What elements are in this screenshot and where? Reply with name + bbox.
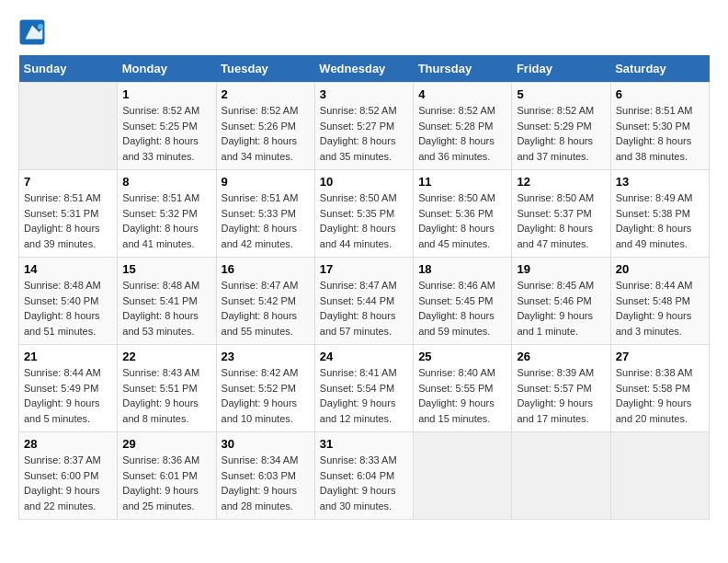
day-number: 27 [616,350,704,363]
day-number: 22 [122,350,210,363]
calendar-cell [512,432,610,520]
day-info: Sunrise: 8:50 AM Sunset: 5:35 PM Dayligh… [320,190,408,251]
day-number: 20 [616,262,704,276]
calendar-table: SundayMondayTuesdayWednesdayThursdayFrid… [18,55,710,520]
calendar-cell [414,432,512,520]
calendar-cell: 30Sunrise: 8:34 AM Sunset: 6:03 PM Dayli… [216,432,314,520]
logo-icon [18,18,46,46]
calendar-cell: 17Sunrise: 8:47 AM Sunset: 5:44 PM Dayli… [314,258,413,345]
day-number: 2 [222,87,310,101]
calendar-cell: 24Sunrise: 8:41 AM Sunset: 5:54 PM Dayli… [314,345,413,432]
day-info: Sunrise: 8:40 AM Sunset: 5:55 PM Dayligh… [418,365,506,426]
calendar-cell: 12Sunrise: 8:50 AM Sunset: 5:37 PM Dayli… [512,170,610,258]
week-row-3: 14Sunrise: 8:48 AM Sunset: 5:40 PM Dayli… [19,258,710,345]
week-row-1: 1Sunrise: 8:52 AM Sunset: 5:25 PM Daylig… [19,83,710,170]
day-info: Sunrise: 8:44 AM Sunset: 5:48 PM Dayligh… [616,278,704,339]
calendar-cell: 14Sunrise: 8:48 AM Sunset: 5:40 PM Dayli… [19,258,118,345]
calendar-cell: 25Sunrise: 8:40 AM Sunset: 5:55 PM Dayli… [414,345,512,432]
day-info: Sunrise: 8:45 AM Sunset: 5:46 PM Dayligh… [517,278,605,339]
day-info: Sunrise: 8:50 AM Sunset: 5:37 PM Dayligh… [517,190,605,251]
page-header [18,18,710,46]
header-row: SundayMondayTuesdayWednesdayThursdayFrid… [19,55,710,83]
day-number: 12 [517,175,605,189]
week-row-5: 28Sunrise: 8:37 AM Sunset: 6:00 PM Dayli… [19,432,710,520]
day-number: 17 [320,262,408,276]
day-number: 3 [320,87,408,101]
calendar-cell: 22Sunrise: 8:43 AM Sunset: 5:51 PM Dayli… [118,345,216,432]
day-info: Sunrise: 8:47 AM Sunset: 5:42 PM Dayligh… [222,278,310,339]
day-number: 19 [517,262,605,276]
day-number: 4 [418,87,506,101]
day-number: 14 [24,262,112,276]
day-number: 23 [222,350,310,363]
calendar-cell: 26Sunrise: 8:39 AM Sunset: 5:57 PM Dayli… [512,345,610,432]
day-info: Sunrise: 8:33 AM Sunset: 6:04 PM Dayligh… [320,453,408,513]
day-number: 5 [517,87,605,101]
week-row-4: 21Sunrise: 8:44 AM Sunset: 5:49 PM Dayli… [19,345,710,432]
calendar-cell: 10Sunrise: 8:50 AM Sunset: 5:35 PM Dayli… [314,170,413,258]
day-info: Sunrise: 8:48 AM Sunset: 5:40 PM Dayligh… [24,278,112,339]
day-info: Sunrise: 8:46 AM Sunset: 5:45 PM Dayligh… [418,278,506,339]
day-info: Sunrise: 8:42 AM Sunset: 5:52 PM Dayligh… [222,365,310,426]
day-number: 24 [320,350,408,363]
day-number: 21 [24,350,112,363]
day-number: 7 [24,175,112,189]
day-number: 25 [418,350,506,363]
day-info: Sunrise: 8:44 AM Sunset: 5:49 PM Dayligh… [24,365,112,426]
day-info: Sunrise: 8:39 AM Sunset: 5:57 PM Dayligh… [517,365,605,426]
calendar-cell: 19Sunrise: 8:45 AM Sunset: 5:46 PM Dayli… [512,258,610,345]
day-info: Sunrise: 8:38 AM Sunset: 5:58 PM Dayligh… [616,365,704,426]
calendar-cell: 6Sunrise: 8:51 AM Sunset: 5:30 PM Daylig… [610,83,709,170]
day-info: Sunrise: 8:49 AM Sunset: 5:38 PM Dayligh… [616,190,704,251]
day-number: 29 [122,437,210,451]
calendar-cell: 21Sunrise: 8:44 AM Sunset: 5:49 PM Dayli… [19,345,118,432]
day-info: Sunrise: 8:51 AM Sunset: 5:30 PM Dayligh… [616,103,704,164]
day-info: Sunrise: 8:34 AM Sunset: 6:03 PM Dayligh… [222,453,310,513]
calendar-cell: 16Sunrise: 8:47 AM Sunset: 5:42 PM Dayli… [216,258,314,345]
calendar-cell: 23Sunrise: 8:42 AM Sunset: 5:52 PM Dayli… [216,345,314,432]
logo [18,18,51,46]
day-number: 18 [418,262,506,276]
day-number: 26 [517,350,605,363]
day-info: Sunrise: 8:52 AM Sunset: 5:29 PM Dayligh… [517,103,605,164]
day-number: 1 [122,87,210,101]
day-info: Sunrise: 8:41 AM Sunset: 5:54 PM Dayligh… [320,365,408,426]
calendar-cell: 27Sunrise: 8:38 AM Sunset: 5:58 PM Dayli… [610,345,709,432]
day-header-sunday: Sunday [19,55,118,83]
day-number: 16 [222,262,310,276]
calendar-cell: 5Sunrise: 8:52 AM Sunset: 5:29 PM Daylig… [512,83,610,170]
day-info: Sunrise: 8:50 AM Sunset: 5:36 PM Dayligh… [418,190,506,251]
calendar-cell: 3Sunrise: 8:52 AM Sunset: 5:27 PM Daylig… [314,83,413,170]
svg-point-2 [38,24,43,29]
calendar-cell: 20Sunrise: 8:44 AM Sunset: 5:48 PM Dayli… [610,258,709,345]
day-info: Sunrise: 8:48 AM Sunset: 5:41 PM Dayligh… [122,278,210,339]
day-number: 28 [24,437,112,451]
day-number: 13 [616,175,704,189]
calendar-cell: 18Sunrise: 8:46 AM Sunset: 5:45 PM Dayli… [414,258,512,345]
day-info: Sunrise: 8:51 AM Sunset: 5:31 PM Dayligh… [24,190,112,251]
calendar-cell: 2Sunrise: 8:52 AM Sunset: 5:26 PM Daylig… [216,83,314,170]
day-header-tuesday: Tuesday [216,55,314,83]
day-number: 10 [320,175,408,189]
day-header-saturday: Saturday [610,55,709,83]
day-info: Sunrise: 8:36 AM Sunset: 6:01 PM Dayligh… [122,453,210,513]
calendar-cell: 29Sunrise: 8:36 AM Sunset: 6:01 PM Dayli… [118,432,216,520]
calendar-cell: 7Sunrise: 8:51 AM Sunset: 5:31 PM Daylig… [19,170,118,258]
calendar-cell: 1Sunrise: 8:52 AM Sunset: 5:25 PM Daylig… [118,83,216,170]
day-number: 9 [222,175,310,189]
day-header-friday: Friday [512,55,610,83]
week-row-2: 7Sunrise: 8:51 AM Sunset: 5:31 PM Daylig… [19,170,710,258]
day-info: Sunrise: 8:52 AM Sunset: 5:25 PM Dayligh… [122,103,210,164]
calendar-cell [610,432,709,520]
day-number: 11 [418,175,506,189]
day-number: 31 [320,437,408,451]
day-number: 15 [122,262,210,276]
calendar-cell: 15Sunrise: 8:48 AM Sunset: 5:41 PM Dayli… [118,258,216,345]
day-info: Sunrise: 8:37 AM Sunset: 6:00 PM Dayligh… [24,453,112,513]
calendar-cell: 31Sunrise: 8:33 AM Sunset: 6:04 PM Dayli… [314,432,413,520]
day-header-thursday: Thursday [414,55,512,83]
calendar-cell: 28Sunrise: 8:37 AM Sunset: 6:00 PM Dayli… [19,432,118,520]
day-info: Sunrise: 8:47 AM Sunset: 5:44 PM Dayligh… [320,278,408,339]
day-header-wednesday: Wednesday [314,55,413,83]
day-number: 30 [222,437,310,451]
